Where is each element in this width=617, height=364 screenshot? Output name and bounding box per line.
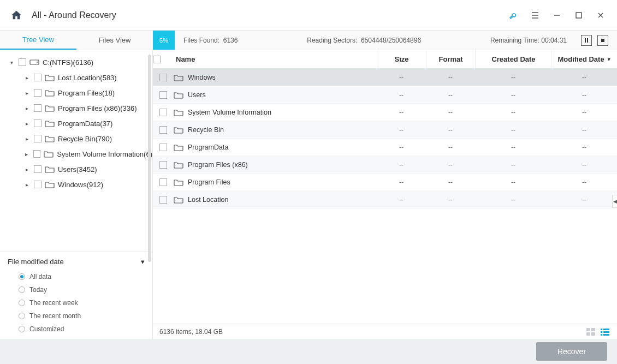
key-icon[interactable] (502, 4, 524, 26)
col-modified[interactable]: Modified Date▼ (551, 50, 617, 68)
col-size[interactable]: Size (377, 50, 426, 68)
folder-icon (45, 181, 55, 188)
chevron-right-icon[interactable]: ▸ (23, 105, 31, 111)
filter-option[interactable]: Today (8, 283, 145, 296)
recover-button[interactable]: Recover (536, 342, 607, 361)
chevron-right-icon[interactable]: ▸ (23, 151, 30, 157)
checkbox[interactable] (159, 144, 167, 151)
cell-name: Lost Location (188, 196, 228, 204)
checkbox[interactable] (34, 104, 41, 112)
tab-tree-view[interactable]: Tree View (0, 31, 76, 50)
checkbox[interactable] (159, 109, 167, 116)
table-row[interactable]: ProgramData-------- (153, 139, 617, 156)
checkbox[interactable] (34, 74, 41, 81)
table-row[interactable]: Program Files-------- (153, 174, 617, 191)
chevron-down-icon: ▾ (141, 258, 145, 266)
cell-modified: -- (551, 196, 617, 204)
radio[interactable] (19, 273, 25, 280)
tree-item[interactable]: ▸ProgramData(37) (0, 116, 152, 131)
tree-item[interactable]: ▸Lost Location(583) (0, 70, 152, 85)
table-row[interactable]: Windows-------- (153, 69, 617, 86)
disk-icon (29, 58, 39, 66)
col-created[interactable]: Created Date (475, 50, 551, 68)
cell-format: -- (426, 126, 475, 134)
menu-icon[interactable] (524, 4, 546, 26)
table-row[interactable]: Recycle Bin-------- (153, 121, 617, 139)
cell-format: -- (426, 109, 475, 116)
app-title: All - Around Recovery (32, 10, 116, 20)
chevron-right-icon[interactable]: ▸ (23, 75, 31, 81)
cell-size: -- (377, 126, 426, 134)
radio[interactable] (19, 287, 25, 293)
checkbox[interactable] (159, 196, 167, 204)
table-row[interactable]: Program Files (x86)-------- (153, 156, 617, 174)
svg-rect-7 (591, 332, 595, 336)
cell-modified: -- (551, 126, 617, 134)
checkbox[interactable] (159, 161, 167, 169)
table-row[interactable]: Lost Location-------- (153, 191, 617, 208)
checkbox[interactable] (34, 120, 41, 127)
checkbox[interactable] (34, 135, 41, 142)
filter-option[interactable]: All data (8, 270, 145, 283)
tree-item[interactable]: ▸Windows(912) (0, 177, 152, 192)
tree-item-label: Program Files(18) (58, 89, 115, 97)
scrollbar[interactable] (148, 55, 151, 262)
col-format[interactable]: Format (426, 50, 475, 68)
checkbox[interactable] (159, 126, 167, 134)
folder-icon (174, 196, 183, 204)
checkbox[interactable] (19, 58, 26, 66)
chevron-right-icon[interactable]: ▸ (23, 166, 31, 172)
checkbox[interactable] (159, 91, 167, 99)
col-name[interactable]: Name (174, 50, 377, 68)
list-view-icon[interactable] (600, 327, 610, 336)
tree-item[interactable]: ▸System Volume Information(6) (0, 146, 152, 162)
checkbox[interactable] (34, 181, 41, 188)
filter-option[interactable]: Customized (8, 323, 145, 336)
cell-name: Program Files (x86) (188, 161, 248, 169)
cell-format: -- (426, 161, 475, 169)
folder-icon (174, 161, 183, 169)
folder-icon (174, 126, 183, 134)
chevron-right-icon[interactable]: ▸ (23, 90, 31, 96)
filter-title: File modified date (8, 258, 64, 266)
tree-root[interactable]: ▾ C:(NTFS)(6136) (0, 55, 152, 70)
cell-created: -- (475, 178, 551, 186)
tree-item[interactable]: ▸Users(3452) (0, 162, 152, 177)
chevron-right-icon[interactable]: ▸ (23, 121, 31, 127)
checkbox[interactable] (33, 150, 40, 158)
svg-rect-6 (586, 332, 590, 336)
filter-option[interactable]: The recent week (8, 296, 145, 309)
grid-view-icon[interactable] (585, 327, 596, 336)
radio[interactable] (19, 300, 25, 306)
table-row[interactable]: System Volume Information-------- (153, 104, 617, 121)
checkbox[interactable] (34, 165, 41, 173)
checkbox[interactable] (34, 89, 41, 97)
filter-option-label: The recent week (29, 299, 78, 307)
stop-button[interactable] (597, 35, 608, 46)
home-icon[interactable] (9, 8, 24, 23)
tree-item[interactable]: ▸Recycle Bin(790) (0, 131, 152, 146)
table-row[interactable]: Users-------- (153, 86, 617, 104)
checkbox[interactable] (159, 178, 167, 186)
close-button[interactable] (590, 4, 612, 26)
side-panel-toggle[interactable]: ◀ (612, 195, 617, 208)
content-pane: Name Size Format Created Date Modified D… (153, 50, 617, 339)
radio[interactable] (19, 326, 25, 332)
tab-files-view[interactable]: Files View (76, 31, 153, 50)
maximize-button[interactable] (568, 4, 590, 26)
radio[interactable] (19, 313, 25, 319)
pause-button[interactable] (581, 35, 592, 46)
tree-item[interactable]: ▸Program Files(18) (0, 85, 152, 100)
tree-item[interactable]: ▸Program Files (x86)(336) (0, 100, 152, 116)
chevron-right-icon[interactable]: ▸ (23, 182, 31, 188)
cell-created: -- (475, 109, 551, 116)
footer: Recover (0, 339, 617, 364)
select-all-checkbox[interactable] (153, 56, 161, 63)
minimize-button[interactable] (546, 4, 568, 26)
filter-option[interactable]: The recent month (8, 309, 145, 323)
chevron-right-icon[interactable]: ▸ (23, 136, 31, 142)
tree-item-label: Users(3452) (58, 165, 97, 174)
filter-header[interactable]: File modified date ▾ (8, 258, 145, 266)
chevron-down-icon[interactable]: ▾ (8, 59, 15, 65)
checkbox[interactable] (159, 74, 167, 81)
